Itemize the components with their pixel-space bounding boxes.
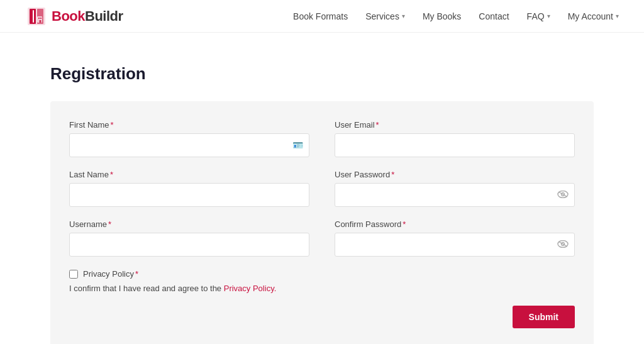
confirm-password-group: Confirm Password* (335, 219, 575, 257)
svg-rect-5 (38, 18, 40, 19)
required-star: * (376, 120, 379, 130)
nav-item-services[interactable]: Services ▾ (365, 11, 405, 21)
chevron-down-icon: ▾ (547, 13, 550, 19)
username-input[interactable] (69, 233, 309, 257)
user-email-input-wrapper (335, 133, 575, 157)
privacy-section: Privacy Policy* I confirm that I have re… (69, 269, 575, 293)
nav-item-my-account[interactable]: My Account ▾ (568, 11, 619, 21)
privacy-policy-label: Privacy Policy* (83, 269, 138, 279)
required-star: * (110, 170, 113, 179)
form-grid: First Name* 🪪 User Email* Last (69, 120, 575, 257)
first-name-input-wrapper: 🪪 (69, 133, 309, 157)
username-group: Username* (69, 219, 309, 257)
main-content: Registration First Name* 🪪 User Email* (0, 33, 644, 344)
required-star: * (135, 269, 138, 279)
submit-row: Submit (69, 306, 575, 328)
user-email-label: User Email* (335, 120, 575, 130)
last-name-input[interactable] (69, 183, 309, 207)
username-input-wrapper (69, 233, 309, 257)
page-title: Registration (50, 64, 594, 84)
submit-button[interactable]: Submit (513, 306, 575, 328)
chevron-down-icon: ▾ (616, 13, 619, 19)
logo[interactable]: BookBuildr (25, 5, 123, 28)
svg-rect-3 (33, 10, 34, 23)
autofill-icon: 🪪 (292, 140, 303, 150)
first-name-input[interactable] (69, 133, 309, 157)
show-password-icon[interactable] (557, 189, 569, 201)
privacy-checkbox[interactable] (69, 270, 78, 279)
nav-item-faq[interactable]: FAQ ▾ (527, 11, 550, 21)
confirm-password-label: Confirm Password* (335, 219, 575, 229)
main-nav: Book Formats Services ▾ My Books Contact… (293, 11, 619, 21)
user-password-group: User Password* (335, 170, 575, 207)
required-star: * (391, 170, 394, 179)
confirm-password-input[interactable] (335, 233, 575, 257)
last-name-input-wrapper (69, 183, 309, 207)
first-name-group: First Name* 🪪 (69, 120, 309, 157)
registration-form-card: First Name* 🪪 User Email* Last (50, 101, 594, 344)
last-name-label: Last Name* (69, 170, 309, 179)
privacy-policy-link[interactable]: Privacy Policy. (224, 284, 277, 293)
required-star: * (111, 120, 114, 130)
user-email-group: User Email* (335, 120, 575, 157)
last-name-group: Last Name* (69, 170, 309, 207)
logo-text: BookBuildr (52, 8, 123, 25)
user-email-input[interactable] (335, 133, 575, 157)
privacy-row: Privacy Policy* (69, 269, 575, 279)
svg-rect-6 (40, 18, 42, 19)
logo-icon (25, 5, 48, 28)
first-name-label: First Name* (69, 120, 309, 130)
nav-item-contact[interactable]: Contact (479, 11, 509, 21)
show-confirm-password-icon[interactable] (557, 239, 569, 250)
user-password-label: User Password* (335, 170, 575, 179)
required-star: * (108, 219, 111, 229)
user-password-input-wrapper (335, 183, 575, 207)
chevron-down-icon: ▾ (402, 13, 405, 19)
privacy-confirm-text: I confirm that I have read and agree to … (69, 284, 575, 293)
nav-item-my-books[interactable]: My Books (423, 11, 461, 21)
username-label: Username* (69, 219, 309, 229)
header: BookBuildr Book Formats Services ▾ My Bo… (0, 0, 644, 33)
confirm-password-input-wrapper (335, 233, 575, 257)
svg-rect-7 (40, 20, 42, 23)
nav-item-book-formats[interactable]: Book Formats (293, 11, 348, 21)
user-password-input[interactable] (335, 183, 575, 207)
required-star: * (402, 219, 406, 229)
